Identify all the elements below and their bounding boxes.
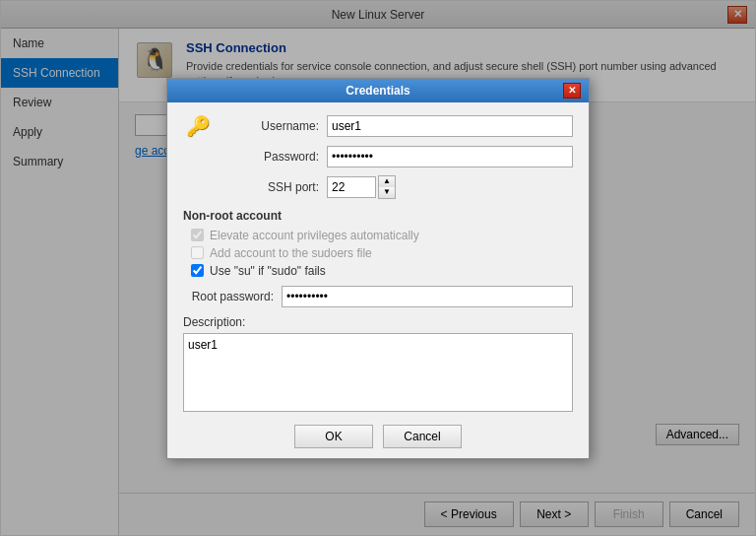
dialog-cancel-button[interactable]: Cancel: [383, 425, 462, 448]
dialog-title: Credentials: [193, 84, 563, 98]
credentials-dialog: Credentials ✕ 🔑 Username: Password:: [166, 78, 590, 459]
ssh-port-up-button[interactable]: ▲: [379, 176, 395, 187]
ssh-port-input[interactable]: [327, 176, 376, 198]
password-input[interactable]: [327, 146, 573, 168]
sudoers-label: Add account to the sudoers file: [210, 246, 372, 260]
username-row: 🔑 Username:: [183, 114, 573, 138]
key-icon: 🔑: [186, 114, 211, 138]
dialog-title-bar: Credentials ✕: [167, 79, 589, 102]
use-su-checkbox-row: Use "su" if "sudo" fails: [191, 264, 573, 278]
ssh-port-down-button[interactable]: ▼: [379, 187, 395, 198]
ok-button[interactable]: OK: [294, 425, 373, 448]
password-row: Password:: [183, 146, 573, 168]
ssh-port-row: SSH port: ▲ ▼: [183, 175, 573, 199]
password-label: Password:: [219, 150, 327, 164]
dialog-close-button[interactable]: ✕: [563, 83, 581, 99]
ssh-port-spinner: ▲ ▼: [378, 175, 396, 199]
description-label: Description:: [183, 315, 573, 329]
sudoers-checkbox[interactable]: [191, 246, 204, 259]
elevate-label: Elevate account privileges automatically: [210, 229, 419, 242]
elevate-checkbox[interactable]: [191, 229, 204, 241]
root-password-input[interactable]: [282, 286, 573, 307]
dialog-body: 🔑 Username: Password: SSH port:: [167, 102, 589, 415]
root-password-label: Root password:: [183, 290, 282, 303]
username-label: Username:: [219, 119, 327, 133]
dialog-footer: OK Cancel: [167, 415, 589, 458]
use-su-label: Use "su" if "sudo" fails: [210, 264, 326, 278]
non-root-section-title: Non-root account: [183, 209, 573, 223]
credentials-overlay: Credentials ✕ 🔑 Username: Password:: [1, 1, 755, 535]
root-password-row: Root password:: [183, 286, 573, 307]
description-textarea[interactable]: user1: [183, 333, 573, 412]
use-su-checkbox[interactable]: [191, 264, 204, 277]
elevate-checkbox-row: Elevate account privileges automatically: [191, 229, 573, 242]
ssh-port-container: ▲ ▼: [327, 175, 396, 199]
username-input[interactable]: [327, 115, 573, 137]
ssh-port-label: SSH port:: [219, 180, 327, 194]
main-window: New Linux Server ✕ Name SSH Connection R…: [0, 0, 756, 536]
sudoers-checkbox-row: Add account to the sudoers file: [191, 246, 573, 260]
